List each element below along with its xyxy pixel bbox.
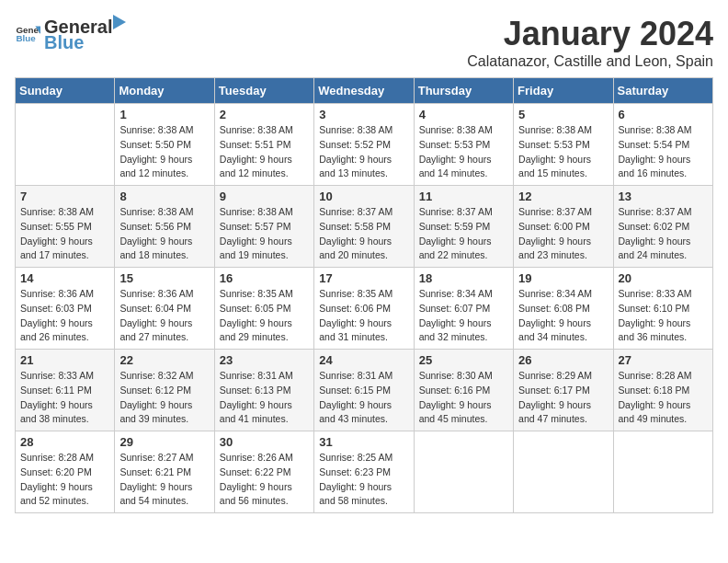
column-header-monday: Monday <box>115 78 214 104</box>
calendar-cell: 15Sunrise: 8:36 AM Sunset: 6:04 PM Dayli… <box>115 268 214 350</box>
cell-content: Sunrise: 8:34 AM Sunset: 6:08 PM Dayligh… <box>518 287 608 345</box>
calendar-cell <box>16 104 115 186</box>
day-number: 16 <box>220 271 309 285</box>
calendar-cell: 23Sunrise: 8:31 AM Sunset: 6:13 PM Dayli… <box>214 350 313 431</box>
column-header-sunday: Sunday <box>16 78 115 104</box>
calendar-cell: 21Sunrise: 8:33 AM Sunset: 6:11 PM Dayli… <box>16 350 115 431</box>
logo-icon: General Blue <box>15 21 40 47</box>
day-number: 29 <box>119 435 209 449</box>
cell-content: Sunrise: 8:36 AM Sunset: 6:04 PM Dayligh… <box>119 287 209 345</box>
cell-content: Sunrise: 8:38 AM Sunset: 5:55 PM Dayligh… <box>20 205 109 263</box>
calendar-cell <box>514 431 613 513</box>
cell-content: Sunrise: 8:38 AM Sunset: 5:53 PM Dayligh… <box>518 123 608 181</box>
day-number: 24 <box>319 353 408 367</box>
day-number: 6 <box>619 108 708 121</box>
cell-content: Sunrise: 8:38 AM Sunset: 5:57 PM Dayligh… <box>220 205 309 263</box>
day-number: 9 <box>220 190 309 203</box>
cell-content: Sunrise: 8:36 AM Sunset: 6:03 PM Dayligh… <box>20 287 109 345</box>
cell-content: Sunrise: 8:37 AM Sunset: 6:02 PM Dayligh… <box>619 205 708 263</box>
calendar-cell: 7Sunrise: 8:38 AM Sunset: 5:55 PM Daylig… <box>16 186 115 268</box>
cell-content: Sunrise: 8:38 AM Sunset: 5:52 PM Dayligh… <box>319 123 408 181</box>
day-number: 30 <box>220 435 309 449</box>
cell-content: Sunrise: 8:30 AM Sunset: 6:16 PM Dayligh… <box>419 369 508 427</box>
cell-content: Sunrise: 8:32 AM Sunset: 6:12 PM Dayligh… <box>119 369 209 427</box>
calendar-cell: 17Sunrise: 8:35 AM Sunset: 6:06 PM Dayli… <box>314 268 414 350</box>
column-header-friday: Friday <box>514 78 613 104</box>
cell-content: Sunrise: 8:33 AM Sunset: 6:11 PM Dayligh… <box>20 369 109 427</box>
cell-content: Sunrise: 8:31 AM Sunset: 6:15 PM Dayligh… <box>319 369 408 427</box>
cell-content: Sunrise: 8:26 AM Sunset: 6:22 PM Dayligh… <box>220 451 309 509</box>
day-number: 8 <box>119 190 209 203</box>
calendar-cell: 27Sunrise: 8:28 AM Sunset: 6:18 PM Dayli… <box>613 350 712 431</box>
calendar-cell <box>414 431 513 513</box>
calendar-week-row: 14Sunrise: 8:36 AM Sunset: 6:03 PM Dayli… <box>16 268 713 350</box>
column-header-wednesday: Wednesday <box>314 78 414 104</box>
cell-content: Sunrise: 8:31 AM Sunset: 6:13 PM Dayligh… <box>220 369 309 427</box>
day-number: 2 <box>220 108 309 121</box>
cell-content: Sunrise: 8:27 AM Sunset: 6:21 PM Dayligh… <box>119 451 209 509</box>
calendar-cell: 18Sunrise: 8:34 AM Sunset: 6:07 PM Dayli… <box>414 268 513 350</box>
day-number: 19 <box>518 271 608 285</box>
calendar-cell: 25Sunrise: 8:30 AM Sunset: 6:16 PM Dayli… <box>414 350 513 431</box>
column-header-tuesday: Tuesday <box>214 78 313 104</box>
day-number: 22 <box>119 353 209 367</box>
day-number: 31 <box>319 435 408 449</box>
header: General Blue General Blue January 2024 C… <box>15 15 713 70</box>
cell-content: Sunrise: 8:35 AM Sunset: 6:05 PM Dayligh… <box>220 287 309 345</box>
day-number: 7 <box>20 190 109 203</box>
day-number: 25 <box>419 353 508 367</box>
calendar-week-row: 7Sunrise: 8:38 AM Sunset: 5:55 PM Daylig… <box>16 186 713 268</box>
calendar-cell: 29Sunrise: 8:27 AM Sunset: 6:21 PM Dayli… <box>115 431 214 513</box>
calendar-cell: 12Sunrise: 8:37 AM Sunset: 6:00 PM Dayli… <box>514 186 613 268</box>
cell-content: Sunrise: 8:38 AM Sunset: 5:50 PM Dayligh… <box>119 123 209 181</box>
calendar-cell: 10Sunrise: 8:37 AM Sunset: 5:58 PM Dayli… <box>314 186 414 268</box>
column-header-thursday: Thursday <box>414 78 513 104</box>
calendar-cell: 5Sunrise: 8:38 AM Sunset: 5:53 PM Daylig… <box>514 104 613 186</box>
calendar-cell <box>613 431 712 513</box>
day-number: 23 <box>220 353 309 367</box>
column-header-saturday: Saturday <box>613 78 712 104</box>
calendar-cell: 6Sunrise: 8:38 AM Sunset: 5:54 PM Daylig… <box>613 104 712 186</box>
day-number: 3 <box>319 108 408 121</box>
cell-content: Sunrise: 8:37 AM Sunset: 5:59 PM Dayligh… <box>419 205 508 263</box>
calendar-cell: 30Sunrise: 8:26 AM Sunset: 6:22 PM Dayli… <box>214 431 313 513</box>
calendar-cell: 19Sunrise: 8:34 AM Sunset: 6:08 PM Dayli… <box>514 268 613 350</box>
day-number: 14 <box>20 271 109 285</box>
day-number: 12 <box>518 190 608 203</box>
calendar-week-row: 21Sunrise: 8:33 AM Sunset: 6:11 PM Dayli… <box>16 350 713 431</box>
day-number: 27 <box>619 353 708 367</box>
calendar-cell: 1Sunrise: 8:38 AM Sunset: 5:50 PM Daylig… <box>115 104 214 186</box>
day-number: 26 <box>518 353 608 367</box>
calendar-cell: 4Sunrise: 8:38 AM Sunset: 5:53 PM Daylig… <box>414 104 513 186</box>
calendar-cell: 24Sunrise: 8:31 AM Sunset: 6:15 PM Dayli… <box>314 350 414 431</box>
calendar-cell: 28Sunrise: 8:28 AM Sunset: 6:20 PM Dayli… <box>16 431 115 513</box>
calendar-table: SundayMondayTuesdayWednesdayThursdayFrid… <box>15 77 713 513</box>
cell-content: Sunrise: 8:33 AM Sunset: 6:10 PM Dayligh… <box>619 287 708 345</box>
cell-content: Sunrise: 8:38 AM Sunset: 5:56 PM Dayligh… <box>119 205 209 263</box>
calendar-cell: 2Sunrise: 8:38 AM Sunset: 5:51 PM Daylig… <box>214 104 313 186</box>
calendar-cell: 26Sunrise: 8:29 AM Sunset: 6:17 PM Dayli… <box>514 350 613 431</box>
day-number: 11 <box>419 190 508 203</box>
calendar-cell: 22Sunrise: 8:32 AM Sunset: 6:12 PM Dayli… <box>115 350 214 431</box>
day-number: 18 <box>419 271 508 285</box>
cell-content: Sunrise: 8:29 AM Sunset: 6:17 PM Dayligh… <box>518 369 608 427</box>
cell-content: Sunrise: 8:28 AM Sunset: 6:18 PM Dayligh… <box>619 369 708 427</box>
day-number: 5 <box>518 108 608 121</box>
day-number: 10 <box>319 190 408 203</box>
calendar-cell: 13Sunrise: 8:37 AM Sunset: 6:02 PM Dayli… <box>613 186 712 268</box>
calendar-cell: 3Sunrise: 8:38 AM Sunset: 5:52 PM Daylig… <box>314 104 414 186</box>
calendar-body: 1Sunrise: 8:38 AM Sunset: 5:50 PM Daylig… <box>16 104 713 513</box>
cell-content: Sunrise: 8:37 AM Sunset: 6:00 PM Dayligh… <box>518 205 608 263</box>
cell-content: Sunrise: 8:34 AM Sunset: 6:07 PM Dayligh… <box>419 287 508 345</box>
calendar-cell: 16Sunrise: 8:35 AM Sunset: 6:05 PM Dayli… <box>214 268 313 350</box>
logo: General Blue General Blue <box>15 15 127 53</box>
day-number: 17 <box>319 271 408 285</box>
title-area: January 2024 Calatanazor, Castille and L… <box>467 15 713 70</box>
cell-content: Sunrise: 8:28 AM Sunset: 6:20 PM Dayligh… <box>20 451 109 509</box>
cell-content: Sunrise: 8:25 AM Sunset: 6:23 PM Dayligh… <box>319 451 408 509</box>
day-number: 13 <box>619 190 708 203</box>
cell-content: Sunrise: 8:38 AM Sunset: 5:54 PM Dayligh… <box>619 123 708 181</box>
day-number: 20 <box>619 271 708 285</box>
calendar-week-row: 1Sunrise: 8:38 AM Sunset: 5:50 PM Daylig… <box>16 104 713 186</box>
subtitle: Calatanazor, Castille and Leon, Spain <box>467 53 713 70</box>
